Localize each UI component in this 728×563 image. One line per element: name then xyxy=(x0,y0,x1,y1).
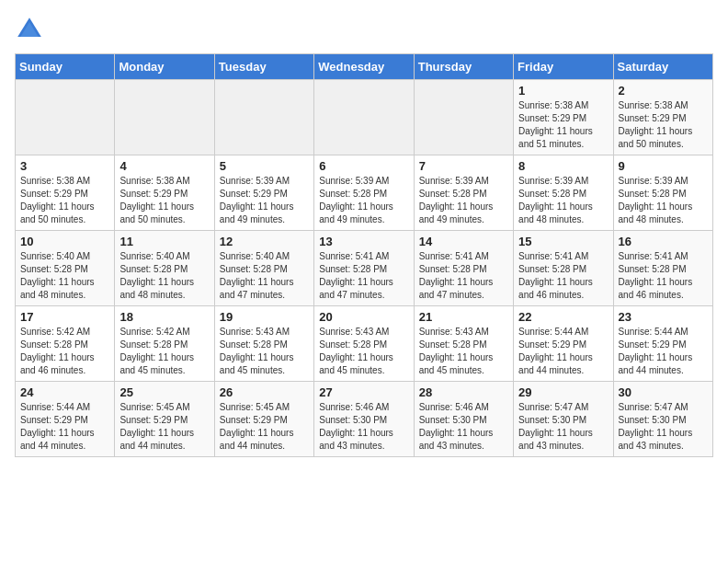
day-info: Sunrise: 5:38 AM Sunset: 5:29 PM Dayligh… xyxy=(518,99,608,151)
calendar-cell: 27Sunrise: 5:46 AM Sunset: 5:30 PM Dayli… xyxy=(314,382,414,457)
calendar-cell: 9Sunrise: 5:39 AM Sunset: 5:28 PM Daylig… xyxy=(613,155,712,231)
calendar-header-row: SundayMondayTuesdayWednesdayThursdayFrid… xyxy=(16,54,713,80)
page-container: SundayMondayTuesdayWednesdayThursdayFrid… xyxy=(15,15,713,457)
day-number: 13 xyxy=(319,235,408,248)
day-number: 28 xyxy=(419,385,508,399)
calendar-week-row: 24Sunrise: 5:44 AM Sunset: 5:29 PM Dayli… xyxy=(16,382,713,457)
calendar-cell xyxy=(414,80,513,155)
calendar-cell: 26Sunrise: 5:45 AM Sunset: 5:29 PM Dayli… xyxy=(214,382,313,457)
calendar-cell: 30Sunrise: 5:47 AM Sunset: 5:30 PM Dayli… xyxy=(613,382,712,457)
day-info: Sunrise: 5:38 AM Sunset: 5:29 PM Dayligh… xyxy=(119,175,209,226)
day-number: 7 xyxy=(419,159,508,173)
day-info: Sunrise: 5:44 AM Sunset: 5:29 PM Dayligh… xyxy=(619,326,708,377)
calendar-cell: 19Sunrise: 5:43 AM Sunset: 5:28 PM Dayli… xyxy=(214,306,313,382)
day-info: Sunrise: 5:39 AM Sunset: 5:28 PM Dayligh… xyxy=(419,175,508,226)
day-number: 21 xyxy=(419,310,508,324)
day-info: Sunrise: 5:40 AM Sunset: 5:28 PM Dayligh… xyxy=(119,250,209,302)
header-day-monday: Monday xyxy=(115,54,214,80)
header-day-saturday: Saturday xyxy=(613,54,712,80)
day-info: Sunrise: 5:47 AM Sunset: 5:30 PM Dayligh… xyxy=(518,401,608,453)
calendar-table: SundayMondayTuesdayWednesdayThursdayFrid… xyxy=(15,53,713,457)
day-number: 17 xyxy=(20,310,109,324)
calendar-cell: 13Sunrise: 5:41 AM Sunset: 5:28 PM Dayli… xyxy=(314,231,414,306)
day-info: Sunrise: 5:38 AM Sunset: 5:29 PM Dayligh… xyxy=(619,99,708,151)
calendar-cell xyxy=(314,80,414,155)
calendar-cell: 28Sunrise: 5:46 AM Sunset: 5:30 PM Dayli… xyxy=(414,382,513,457)
day-info: Sunrise: 5:40 AM Sunset: 5:28 PM Dayligh… xyxy=(20,250,109,302)
header-day-tuesday: Tuesday xyxy=(214,54,313,80)
day-number: 18 xyxy=(119,310,209,324)
calendar-cell: 2Sunrise: 5:38 AM Sunset: 5:29 PM Daylig… xyxy=(613,80,712,155)
day-info: Sunrise: 5:47 AM Sunset: 5:30 PM Dayligh… xyxy=(619,401,708,453)
day-info: Sunrise: 5:39 AM Sunset: 5:28 PM Dayligh… xyxy=(518,175,608,226)
day-info: Sunrise: 5:43 AM Sunset: 5:28 PM Dayligh… xyxy=(319,326,408,377)
calendar-week-row: 10Sunrise: 5:40 AM Sunset: 5:28 PM Dayli… xyxy=(16,231,713,306)
calendar-cell: 15Sunrise: 5:41 AM Sunset: 5:28 PM Dayli… xyxy=(514,231,613,306)
header-day-wednesday: Wednesday xyxy=(314,54,414,80)
calendar-week-row: 1Sunrise: 5:38 AM Sunset: 5:29 PM Daylig… xyxy=(16,80,713,155)
day-info: Sunrise: 5:41 AM Sunset: 5:28 PM Dayligh… xyxy=(419,250,508,302)
day-info: Sunrise: 5:39 AM Sunset: 5:28 PM Dayligh… xyxy=(319,175,408,226)
day-number: 24 xyxy=(20,385,109,399)
day-info: Sunrise: 5:44 AM Sunset: 5:29 PM Dayligh… xyxy=(20,401,109,453)
day-info: Sunrise: 5:45 AM Sunset: 5:29 PM Dayligh… xyxy=(119,401,209,453)
day-info: Sunrise: 5:44 AM Sunset: 5:29 PM Dayligh… xyxy=(518,326,608,377)
calendar-cell: 5Sunrise: 5:39 AM Sunset: 5:29 PM Daylig… xyxy=(214,155,313,231)
calendar-cell: 21Sunrise: 5:43 AM Sunset: 5:28 PM Dayli… xyxy=(414,306,513,382)
day-number: 27 xyxy=(319,385,408,399)
calendar-cell: 25Sunrise: 5:45 AM Sunset: 5:29 PM Dayli… xyxy=(115,382,214,457)
calendar-cell xyxy=(214,80,313,155)
day-number: 12 xyxy=(220,235,309,248)
day-info: Sunrise: 5:42 AM Sunset: 5:28 PM Dayligh… xyxy=(20,326,109,377)
day-info: Sunrise: 5:40 AM Sunset: 5:28 PM Dayligh… xyxy=(220,250,309,302)
day-number: 8 xyxy=(518,159,608,173)
calendar-cell xyxy=(115,80,214,155)
calendar-cell: 7Sunrise: 5:39 AM Sunset: 5:28 PM Daylig… xyxy=(414,155,513,231)
day-info: Sunrise: 5:39 AM Sunset: 5:28 PM Dayligh… xyxy=(619,175,708,226)
calendar-cell: 1Sunrise: 5:38 AM Sunset: 5:29 PM Daylig… xyxy=(514,80,613,155)
calendar-cell: 6Sunrise: 5:39 AM Sunset: 5:28 PM Daylig… xyxy=(314,155,414,231)
header-day-thursday: Thursday xyxy=(414,54,513,80)
day-number: 16 xyxy=(619,235,708,248)
calendar-cell: 16Sunrise: 5:41 AM Sunset: 5:28 PM Dayli… xyxy=(613,231,712,306)
day-number: 23 xyxy=(619,310,708,324)
header xyxy=(15,15,713,44)
day-number: 6 xyxy=(319,159,408,173)
calendar-cell xyxy=(16,80,115,155)
day-number: 30 xyxy=(619,385,708,399)
day-number: 19 xyxy=(220,310,309,324)
calendar-cell: 14Sunrise: 5:41 AM Sunset: 5:28 PM Dayli… xyxy=(414,231,513,306)
calendar-cell: 22Sunrise: 5:44 AM Sunset: 5:29 PM Dayli… xyxy=(514,306,613,382)
day-number: 14 xyxy=(419,235,508,248)
logo-icon xyxy=(15,15,44,44)
day-number: 26 xyxy=(220,385,309,399)
calendar-cell: 4Sunrise: 5:38 AM Sunset: 5:29 PM Daylig… xyxy=(115,155,214,231)
day-info: Sunrise: 5:39 AM Sunset: 5:29 PM Dayligh… xyxy=(220,175,309,226)
day-number: 4 xyxy=(119,159,209,173)
day-info: Sunrise: 5:41 AM Sunset: 5:28 PM Dayligh… xyxy=(319,250,408,302)
day-number: 3 xyxy=(20,159,109,173)
header-day-friday: Friday xyxy=(514,54,613,80)
calendar-cell: 18Sunrise: 5:42 AM Sunset: 5:28 PM Dayli… xyxy=(115,306,214,382)
calendar-cell: 23Sunrise: 5:44 AM Sunset: 5:29 PM Dayli… xyxy=(613,306,712,382)
calendar-cell: 8Sunrise: 5:39 AM Sunset: 5:28 PM Daylig… xyxy=(514,155,613,231)
calendar-cell: 12Sunrise: 5:40 AM Sunset: 5:28 PM Dayli… xyxy=(214,231,313,306)
day-number: 15 xyxy=(518,235,608,248)
day-number: 11 xyxy=(119,235,209,248)
calendar-cell: 3Sunrise: 5:38 AM Sunset: 5:29 PM Daylig… xyxy=(16,155,115,231)
day-number: 25 xyxy=(119,385,209,399)
calendar-cell: 20Sunrise: 5:43 AM Sunset: 5:28 PM Dayli… xyxy=(314,306,414,382)
calendar-cell: 24Sunrise: 5:44 AM Sunset: 5:29 PM Dayli… xyxy=(16,382,115,457)
logo xyxy=(15,15,50,44)
calendar-cell: 29Sunrise: 5:47 AM Sunset: 5:30 PM Dayli… xyxy=(514,382,613,457)
day-info: Sunrise: 5:45 AM Sunset: 5:29 PM Dayligh… xyxy=(220,401,309,453)
day-info: Sunrise: 5:38 AM Sunset: 5:29 PM Dayligh… xyxy=(20,175,109,226)
calendar-week-row: 3Sunrise: 5:38 AM Sunset: 5:29 PM Daylig… xyxy=(16,155,713,231)
day-number: 10 xyxy=(20,235,109,248)
day-info: Sunrise: 5:41 AM Sunset: 5:28 PM Dayligh… xyxy=(619,250,708,302)
calendar-cell: 10Sunrise: 5:40 AM Sunset: 5:28 PM Dayli… xyxy=(16,231,115,306)
calendar-cell: 11Sunrise: 5:40 AM Sunset: 5:28 PM Dayli… xyxy=(115,231,214,306)
calendar-cell: 17Sunrise: 5:42 AM Sunset: 5:28 PM Dayli… xyxy=(16,306,115,382)
day-number: 1 xyxy=(518,84,608,98)
calendar-week-row: 17Sunrise: 5:42 AM Sunset: 5:28 PM Dayli… xyxy=(16,306,713,382)
